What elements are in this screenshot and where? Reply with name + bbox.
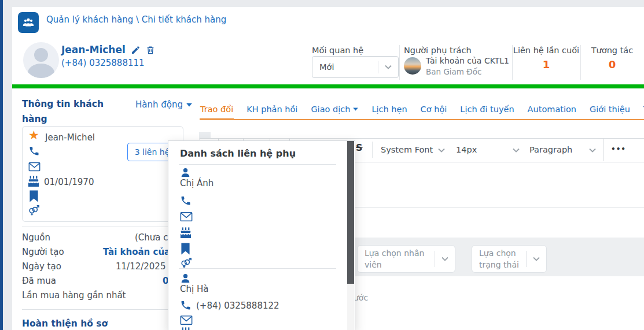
customer-phone[interactable]: (+84) 0325888111 bbox=[61, 58, 145, 68]
birthday-cake-icon bbox=[179, 327, 192, 330]
customer-name: Jean-Michel bbox=[61, 44, 126, 55]
more-options-button[interactable]: ••• bbox=[611, 145, 626, 153]
staff-select[interactable]: Lựa chọn nhân viên bbox=[357, 245, 455, 273]
last-contact-label: Liên hệ lần cuối bbox=[512, 46, 580, 55]
gender-icon bbox=[179, 256, 193, 269]
avatar-head bbox=[34, 48, 48, 62]
caret-down-icon bbox=[353, 107, 358, 111]
avatar bbox=[23, 42, 59, 78]
birthday-cake-icon bbox=[179, 227, 192, 239]
assignee-avatar bbox=[404, 57, 421, 75]
status-select-placeholder: Lựa chọn trạng thái bbox=[472, 247, 526, 271]
caret-down-icon bbox=[186, 103, 192, 107]
chevron-down-icon bbox=[385, 65, 392, 69]
customers-module-icon[interactable] bbox=[18, 12, 39, 33]
tab-bar: Trao đổi KH phản hồi Giao dịch Lịch hẹn … bbox=[200, 99, 644, 120]
tab-automation[interactable]: Automation bbox=[527, 102, 577, 119]
left-gutter bbox=[3, 7, 12, 330]
chevron-down-icon[interactable] bbox=[589, 148, 596, 153]
status-select[interactable]: Lựa chọn trạng thái bbox=[472, 245, 547, 273]
bookmark-icon bbox=[29, 190, 39, 202]
secondary-contacts-popup: Danh sách liên hệ phụ Chị Ánh Chị bbox=[168, 140, 355, 330]
bookmark-icon bbox=[181, 243, 190, 255]
status-green-bar bbox=[12, 84, 644, 88]
gender-icon bbox=[27, 203, 41, 217]
popup-scrollbar-thumb[interactable] bbox=[347, 141, 354, 284]
breadcrumb[interactable]: Quản lý khách hàng \ Chi tiết khách hàng bbox=[46, 14, 226, 25]
field-label: Đã mua bbox=[22, 276, 56, 286]
person-icon bbox=[180, 273, 191, 284]
birthday-cake-icon bbox=[27, 176, 40, 187]
chevron-down-icon bbox=[441, 257, 448, 261]
strikethrough-button[interactable]: S bbox=[356, 142, 363, 153]
person-icon bbox=[180, 167, 191, 178]
star-icon[interactable]: ★ bbox=[28, 128, 39, 142]
relationship-label: Mối quan hệ bbox=[312, 46, 363, 55]
field-label: Ngày tạo bbox=[22, 261, 61, 272]
contact-name: Chị Ánh bbox=[180, 178, 214, 188]
profile-completion-title: Hoàn thiện hồ sơ bbox=[22, 318, 108, 329]
contact-phone[interactable]: (+84) 0325888122 bbox=[196, 301, 279, 311]
assignee-role: Ban Giam Đốc bbox=[426, 67, 481, 76]
email-icon bbox=[180, 212, 193, 222]
sidebar-title: Thông tin khách hàng bbox=[22, 97, 129, 127]
field-label: Người tạo bbox=[22, 247, 64, 257]
tab-trao-doi[interactable]: Trao đổi bbox=[200, 102, 234, 120]
popup-divider bbox=[179, 164, 336, 165]
toolbar-separator bbox=[372, 142, 373, 158]
sidebar-divider bbox=[22, 309, 182, 310]
actions-label: Hành động bbox=[135, 99, 183, 110]
contacts-count-label: 3 liên hệ bbox=[135, 147, 170, 157]
tab-gioi-thieu[interactable]: Giới thiệu bbox=[589, 102, 631, 119]
crm-detail-page: Quản lý khách hàng \ Chi tiết khách hàng… bbox=[0, 0, 644, 330]
chevron-down-icon[interactable] bbox=[513, 148, 520, 153]
primary-contact-name: Jean-Michel bbox=[45, 132, 95, 143]
paragraph-format-select[interactable]: Paragraph bbox=[529, 145, 572, 154]
people-group-icon bbox=[22, 16, 35, 29]
actions-dropdown[interactable]: Hành động bbox=[135, 99, 192, 110]
chevron-down-icon[interactable] bbox=[438, 148, 445, 153]
font-size-select[interactable]: 14px bbox=[456, 145, 477, 154]
phone-icon bbox=[180, 299, 192, 311]
email-icon bbox=[28, 162, 41, 172]
birthday-value: 01/01/1970 bbox=[44, 177, 94, 187]
staff-select-placeholder: Lựa chọn nhân viên bbox=[358, 247, 435, 271]
popup-title: Danh sách liên hệ phụ bbox=[180, 148, 296, 159]
field-value: 11/12/2025 1 bbox=[116, 261, 174, 272]
header-divider bbox=[399, 45, 400, 80]
timeline-timestamp-fragment: ước bbox=[354, 293, 368, 302]
field-label: Nguồn bbox=[22, 232, 50, 243]
edit-pencil-icon[interactable] bbox=[131, 45, 141, 55]
tab-label: Giao dịch bbox=[311, 105, 350, 114]
tab-lich-hen[interactable]: Lịch hẹn bbox=[371, 102, 407, 119]
tab-lich-di-tuyen[interactable]: Lịch đi tuyến bbox=[459, 102, 514, 119]
tab-giao-dich[interactable]: Giao dịch bbox=[310, 102, 359, 119]
interactions-value: 0 bbox=[580, 58, 644, 71]
email-icon bbox=[180, 315, 193, 325]
assignee-label: Người phụ trách bbox=[404, 46, 472, 55]
sidebar-divider bbox=[22, 227, 182, 227]
tab-co-hoi[interactable]: Cơ hội bbox=[420, 102, 448, 119]
top-gutter bbox=[3, 0, 644, 7]
last-contact-value: 1 bbox=[512, 58, 580, 71]
font-family-select[interactable]: System Font bbox=[381, 145, 433, 154]
toolbar-separator bbox=[603, 138, 603, 161]
assignee-name: Tài khoản của CKTL1 bbox=[426, 56, 509, 65]
relationship-value: Mới bbox=[312, 62, 378, 72]
contact-name: Chị Hà bbox=[180, 284, 208, 294]
popup-divider bbox=[179, 268, 336, 269]
relationship-select[interactable]: Mới bbox=[312, 56, 399, 78]
delete-trash-icon[interactable] bbox=[146, 45, 155, 55]
phone-icon bbox=[180, 195, 192, 206]
phone-icon bbox=[28, 145, 40, 157]
chevron-down-icon bbox=[533, 257, 540, 261]
field-label: Lần mua hàng gần nhất bbox=[22, 290, 126, 301]
tab-kh-phan-hoi[interactable]: KH phản hồi bbox=[246, 102, 298, 119]
interactions-label: Tương tác bbox=[580, 46, 644, 55]
